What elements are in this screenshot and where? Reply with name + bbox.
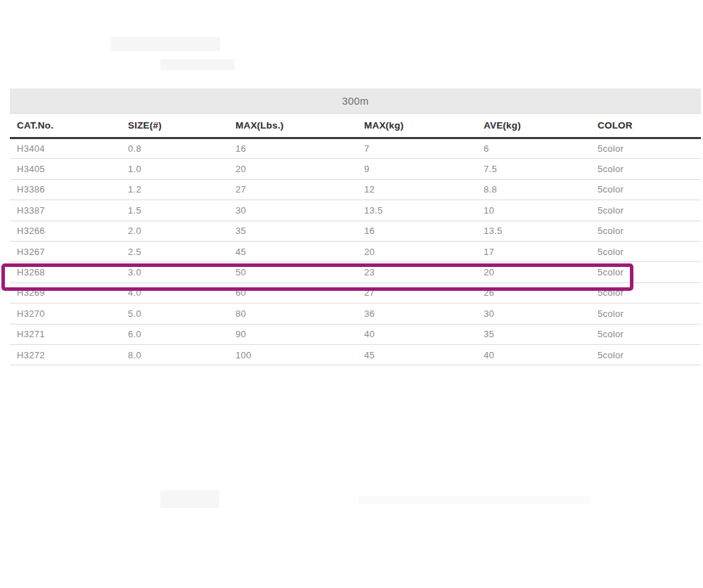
cell-max-kg: 23 — [357, 262, 477, 282]
cell-ave-kg: 13.5 — [477, 221, 591, 241]
page: 300m CAT.No. SIZE(#) MAX(Lbs.) MAX(kg) A… — [0, 0, 703, 588]
table-body: H3404 0.8 16 7 6 5color H3405 1.0 20 9 7… — [10, 138, 701, 365]
table-header: CAT.No. SIZE(#) MAX(Lbs.) MAX(kg) AVE(kg… — [10, 114, 701, 138]
cell-ave-kg: 6 — [477, 138, 591, 159]
cell-max-kg: 7 — [357, 138, 477, 159]
cell-cat-no: H3405 — [10, 159, 121, 179]
cell-ave-kg: 17 — [477, 241, 591, 261]
cell-size: 8.0 — [121, 344, 228, 365]
table-row: H3267 2.5 45 20 17 5color — [10, 241, 701, 261]
cell-size: 3.0 — [121, 262, 228, 282]
table-row: H3271 6.0 90 40 35 5color — [10, 324, 701, 344]
column-header-ave-kg: AVE(kg) — [477, 114, 591, 138]
cell-color: 5color — [591, 262, 701, 282]
cell-max-lbs: 20 — [228, 159, 357, 179]
cell-max-lbs: 60 — [228, 282, 357, 303]
column-header-cat-no: CAT.No. — [10, 114, 121, 138]
cell-max-lbs: 50 — [228, 262, 357, 282]
cell-max-lbs: 45 — [228, 241, 357, 261]
cell-max-kg: 12 — [357, 179, 477, 200]
cell-color: 5color — [591, 200, 701, 221]
cell-size: 4.0 — [121, 282, 228, 303]
cell-ave-kg: 40 — [477, 344, 591, 365]
column-header-size: SIZE(#) — [121, 114, 228, 138]
table-row: H3404 0.8 16 7 6 5color — [10, 138, 701, 159]
cell-cat-no: H3272 — [10, 344, 121, 365]
faint-artifact — [359, 496, 591, 504]
cell-color: 5color — [591, 221, 701, 241]
cell-size: 1.5 — [121, 200, 228, 221]
cell-size: 1.0 — [121, 159, 228, 179]
cell-cat-no: H3269 — [10, 282, 121, 303]
cell-size: 2.0 — [121, 221, 228, 241]
cell-ave-kg: 30 — [477, 303, 591, 324]
cell-cat-no: H3404 — [10, 138, 121, 159]
cell-color: 5color — [591, 344, 701, 365]
cell-size: 6.0 — [121, 324, 228, 344]
faint-artifact — [160, 490, 219, 508]
table-row: H3387 1.5 30 13.5 10 5color — [10, 200, 701, 221]
cell-max-lbs: 90 — [228, 324, 357, 344]
cell-ave-kg: 35 — [477, 324, 591, 344]
cell-max-kg: 27 — [357, 282, 477, 303]
cell-cat-no: H3268 — [10, 262, 121, 282]
header-row: CAT.No. SIZE(#) MAX(Lbs.) MAX(kg) AVE(kg… — [10, 114, 701, 138]
cell-color: 5color — [591, 324, 701, 344]
table-row: H3269 4.0 60 27 26 5color — [10, 282, 701, 303]
cell-max-kg: 20 — [357, 241, 477, 261]
cell-size: 5.0 — [121, 303, 228, 324]
table-row: H3266 2.0 35 16 13.5 5color — [10, 221, 701, 241]
cell-size: 2.5 — [121, 241, 228, 261]
cell-max-lbs: 30 — [228, 200, 357, 221]
spec-table: CAT.No. SIZE(#) MAX(Lbs.) MAX(kg) AVE(kg… — [10, 113, 701, 365]
table-row: H3270 5.0 80 36 30 5color — [10, 303, 701, 324]
cell-ave-kg: 26 — [477, 282, 591, 303]
cell-ave-kg: 10 — [477, 200, 591, 221]
cell-ave-kg: 7.5 — [477, 159, 591, 179]
cell-max-kg: 40 — [357, 324, 477, 344]
cell-cat-no: H3266 — [10, 221, 121, 241]
cell-max-kg: 13.5 — [357, 200, 477, 221]
cell-max-lbs: 35 — [228, 221, 357, 241]
table-title: 300m — [342, 96, 369, 107]
cell-color: 5color — [591, 159, 701, 179]
table-row: H3405 1.0 20 9 7.5 5color — [10, 159, 701, 179]
faint-artifact — [160, 59, 235, 70]
cell-ave-kg: 8.8 — [477, 179, 591, 200]
cell-max-kg: 45 — [357, 344, 477, 365]
column-header-max-lbs: MAX(Lbs.) — [228, 114, 357, 138]
table-title-bar: 300m — [10, 89, 701, 113]
cell-cat-no: H3387 — [10, 200, 121, 221]
cell-ave-kg: 20 — [477, 262, 591, 282]
column-header-color: COLOR — [591, 114, 701, 138]
cell-color: 5color — [591, 241, 701, 261]
column-header-max-kg: MAX(kg) — [357, 114, 477, 138]
cell-color: 5color — [591, 303, 701, 324]
highlighted-table-row: H3268 3.0 50 23 20 5color — [10, 262, 701, 282]
cell-cat-no: H3271 — [10, 324, 121, 344]
cell-max-kg: 9 — [357, 159, 477, 179]
cell-max-kg: 36 — [357, 303, 477, 324]
cell-color: 5color — [591, 179, 701, 200]
cell-max-lbs: 27 — [228, 179, 357, 200]
cell-cat-no: H3270 — [10, 303, 121, 324]
cell-max-lbs: 16 — [228, 138, 357, 159]
cell-max-lbs: 80 — [228, 303, 357, 324]
cell-max-lbs: 100 — [228, 344, 357, 365]
cell-color: 5color — [591, 282, 701, 303]
table-row: H3272 8.0 100 45 40 5color — [10, 344, 701, 365]
table-row: H3386 1.2 27 12 8.8 5color — [10, 179, 701, 200]
cell-size: 0.8 — [121, 138, 228, 159]
faint-artifact — [111, 37, 220, 51]
cell-size: 1.2 — [121, 179, 228, 200]
cell-color: 5color — [591, 138, 701, 159]
cell-cat-no: H3267 — [10, 241, 121, 261]
cell-max-kg: 16 — [357, 221, 477, 241]
cell-cat-no: H3386 — [10, 179, 121, 200]
